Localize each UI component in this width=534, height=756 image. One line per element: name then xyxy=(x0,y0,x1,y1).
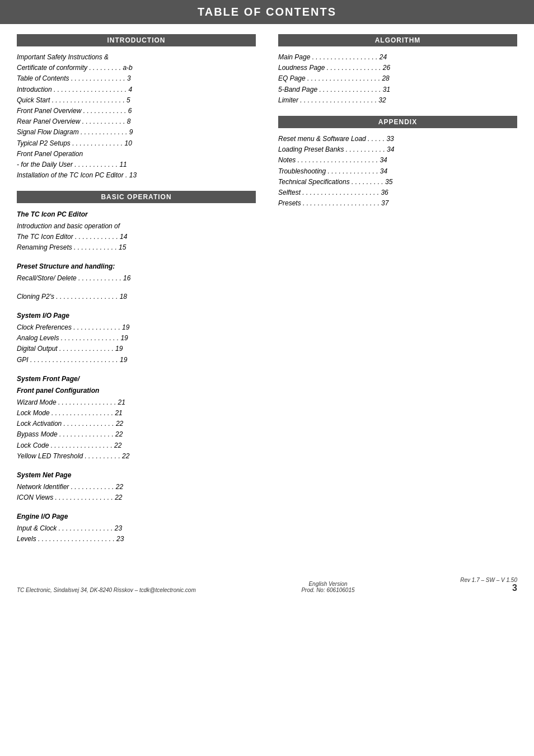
list-item: Lock Code . . . . . . . . . . . . . . . … xyxy=(17,440,256,451)
list-item: Front Panel Operation xyxy=(17,149,256,159)
list-item: The TC Icon Editor . . . . . . . . . . .… xyxy=(17,232,256,242)
footer-right: Rev 1.7 – SW – V 1.50 3 xyxy=(460,577,517,593)
basic-section: BASIC OPERATION The TC Icon PC Editor In… xyxy=(17,191,256,544)
list-item: EQ Page . . . . . . . . . . . . . . . . … xyxy=(278,73,517,84)
list-item: Input & Clock . . . . . . . . . . . . . … xyxy=(17,523,256,534)
list-item: Lock Activation . . . . . . . . . . . . … xyxy=(17,419,256,429)
list-item: Presets . . . . . . . . . . . . . . . . … xyxy=(278,198,517,209)
group-title: System Front Page/ xyxy=(17,373,256,386)
list-item: ICON Views . . . . . . . . . . . . . . .… xyxy=(17,492,256,503)
list-item: Important Safety Instructions & xyxy=(17,52,256,63)
list-item: Reset menu & Software Load . . . . . 33 xyxy=(278,134,517,144)
list-item: Introduction . . . . . . . . . . . . . .… xyxy=(17,84,256,95)
list-item: Technical Specifications . . . . . . . .… xyxy=(278,177,517,187)
footer-left: TC Electronic, Sindalsvej 34, DK-8240 Ri… xyxy=(17,587,196,593)
toc-group-tc-icon: The TC Icon PC Editor Introduction and b… xyxy=(17,209,256,253)
intro-section: INTRODUCTION Important Safety Instructio… xyxy=(17,34,256,181)
list-item: Certificate of conformity . . . . . . . … xyxy=(17,63,256,73)
group-title: System Net Page xyxy=(17,469,256,482)
toc-group-system-front: System Front Page/ Front panel Configura… xyxy=(17,373,256,462)
list-item: Recall/Store/ Delete . . . . . . . . . .… xyxy=(17,273,256,284)
list-item: GPI . . . . . . . . . . . . . . . . . . … xyxy=(17,355,256,365)
list-item: - for the Daily User . . . . . . . . . .… xyxy=(17,159,256,170)
list-item: Network Identifier . . . . . . . . . . .… xyxy=(17,482,256,492)
list-item: Cloning P2's . . . . . . . . . . . . . .… xyxy=(17,292,256,302)
list-item: Clock Preferences . . . . . . . . . . . … xyxy=(17,322,256,333)
page-title: TABLE OF CONTENTS xyxy=(0,6,534,18)
page-header: TABLE OF CONTENTS xyxy=(0,0,534,24)
footer-version: English Version xyxy=(301,581,354,587)
list-item: Loudness Page . . . . . . . . . . . . . … xyxy=(278,63,517,73)
group-title: The TC Icon PC Editor xyxy=(17,209,256,221)
list-item: Quick Start . . . . . . . . . . . . . . … xyxy=(17,95,256,106)
list-item: Table of Contents . . . . . . . . . . . … xyxy=(17,73,256,84)
group-subtitle: Front panel Configuration xyxy=(17,385,256,397)
footer-center: English Version Prod. No: 606106015 xyxy=(301,581,354,593)
list-item: Notes . . . . . . . . . . . . . . . . . … xyxy=(278,155,517,166)
intro-entries: Important Safety Instructions & Certific… xyxy=(17,52,256,181)
right-column: ALGORITHM Main Page . . . . . . . . . . … xyxy=(273,34,517,555)
list-item: Selftest . . . . . . . . . . . . . . . .… xyxy=(278,187,517,198)
list-item: Bypass Mode . . . . . . . . . . . . . . … xyxy=(17,429,256,440)
group-title: System I/O Page xyxy=(17,310,256,322)
toc-group-system-io: System I/O Page Clock Preferences . . . … xyxy=(17,310,256,365)
footer-prod: Prod. No: 606106015 xyxy=(301,587,354,593)
toc-group-engine-io: Engine I/O Page Input & Clock . . . . . … xyxy=(17,511,256,544)
list-item: Rear Panel Overview . . . . . . . . . . … xyxy=(17,116,256,127)
toc-group-preset: Preset Structure and handling: Recall/St… xyxy=(17,261,256,284)
list-item: Digital Output . . . . . . . . . . . . .… xyxy=(17,344,256,354)
footer-company: TC Electronic, Sindalsvej 34, DK-8240 Ri… xyxy=(17,587,196,593)
list-item: Analog Levels . . . . . . . . . . . . . … xyxy=(17,333,256,344)
footer: TC Electronic, Sindalsvej 34, DK-8240 Ri… xyxy=(0,577,534,593)
toc-group-system-net: System Net Page Network Identifier . . .… xyxy=(17,469,256,503)
list-item: Lock Mode . . . . . . . . . . . . . . . … xyxy=(17,408,256,419)
list-item: Installation of the TC Icon PC Editor . … xyxy=(17,170,256,181)
list-item: Limiter . . . . . . . . . . . . . . . . … xyxy=(278,95,517,106)
list-item: Main Page . . . . . . . . . . . . . . . … xyxy=(278,52,517,63)
list-item: Signal Flow Diagram . . . . . . . . . . … xyxy=(17,127,256,138)
left-column: INTRODUCTION Important Safety Instructio… xyxy=(17,34,273,555)
list-item: 5-Band Page . . . . . . . . . . . . . . … xyxy=(278,84,517,95)
list-item: Typical P2 Setups . . . . . . . . . . . … xyxy=(17,138,256,149)
list-item: Loading Preset Banks . . . . . . . . . .… xyxy=(278,144,517,155)
list-item: Renaming Presets . . . . . . . . . . . .… xyxy=(17,242,256,253)
list-item: Wizard Mode . . . . . . . . . . . . . . … xyxy=(17,397,256,408)
algo-section: ALGORITHM Main Page . . . . . . . . . . … xyxy=(278,34,517,106)
appendix-section: APPENDIX Reset menu & Software Load . . … xyxy=(278,116,517,209)
appendix-header: APPENDIX xyxy=(278,116,517,128)
footer-rev: Rev 1.7 – SW – V 1.50 xyxy=(460,577,517,583)
list-item: Introduction and basic operation of xyxy=(17,221,256,232)
basic-header: BASIC OPERATION xyxy=(17,191,256,203)
toc-group-cloning: Cloning P2's . . . . . . . . . . . . . .… xyxy=(17,292,256,302)
list-item: Troubleshooting . . . . . . . . . . . . … xyxy=(278,166,517,177)
algo-entries: Main Page . . . . . . . . . . . . . . . … xyxy=(278,52,517,106)
intro-header: INTRODUCTION xyxy=(17,34,256,46)
group-title: Preset Structure and handling: xyxy=(17,261,256,273)
appendix-entries: Reset menu & Software Load . . . . . 33 … xyxy=(278,134,517,209)
list-item: Front Panel Overview . . . . . . . . . .… xyxy=(17,106,256,116)
group-title: Engine I/O Page xyxy=(17,511,256,523)
list-item: Levels . . . . . . . . . . . . . . . . .… xyxy=(17,534,256,544)
list-item: Yellow LED Threshold . . . . . . . . . .… xyxy=(17,451,256,462)
algo-header: ALGORITHM xyxy=(278,34,517,46)
page-number: 3 xyxy=(460,583,517,593)
